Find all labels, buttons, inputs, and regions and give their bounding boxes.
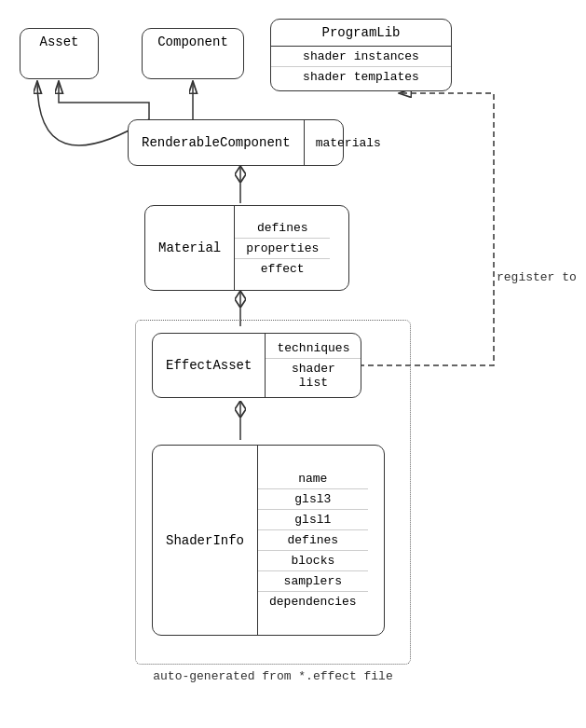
register-to-label: register to [497, 270, 577, 284]
shader-info-field-2: glsl1 [258, 510, 368, 530]
uml-diagram: auto-generated from *.effect file Asset … [0, 0, 586, 728]
shader-info-class-name: ShaderInfo [153, 446, 257, 635]
material-field-2: effect [235, 259, 330, 279]
shader-info-field-5: samplers [258, 571, 368, 592]
shader-info-field-1: glsl3 [258, 489, 368, 510]
shader-info-field-6: dependencies [258, 592, 368, 611]
effect-asset-fields: techniques shader list [265, 334, 361, 397]
asset-class-name: Asset [20, 29, 98, 55]
material-field-1: properties [235, 239, 330, 259]
effect-asset-box: EffectAsset techniques shader list [152, 333, 361, 398]
renderable-component-fields: materials [304, 120, 392, 165]
shader-info-fields: name glsl3 glsl1 defines blocks samplers… [257, 446, 368, 635]
renderable-component-class-name: RenderableComponent [129, 120, 304, 165]
renderable-component-box: RenderableComponent materials [128, 119, 344, 166]
renderable-component-field-0: materials [305, 133, 392, 153]
programlib-class-name: ProgramLib [271, 20, 451, 46]
shader-info-field-0: name [258, 469, 368, 489]
dotted-label: auto-generated from *.effect file [135, 669, 411, 683]
programlib-box: ProgramLib shader instances shader templ… [270, 19, 452, 91]
material-field-0: defines [235, 218, 330, 239]
effect-asset-class-name: EffectAsset [153, 334, 265, 397]
programlib-field-1: shader templates [271, 67, 451, 87]
shader-info-field-3: defines [258, 530, 368, 551]
shader-info-field-4: blocks [258, 551, 368, 571]
effect-asset-field-0: techniques [266, 338, 361, 359]
material-class-name: Material [145, 206, 234, 290]
programlib-field-0: shader instances [271, 47, 451, 67]
asset-box: Asset [20, 28, 99, 79]
effect-asset-field-1: shader list [266, 359, 361, 392]
programlib-fields: shader instances shader templates [271, 46, 451, 87]
material-fields: defines properties effect [234, 206, 330, 290]
component-class-name: Component [143, 29, 243, 55]
shader-info-box: ShaderInfo name glsl3 glsl1 defines bloc… [152, 445, 385, 636]
material-box: Material defines properties effect [144, 205, 349, 291]
component-box: Component [142, 28, 244, 79]
